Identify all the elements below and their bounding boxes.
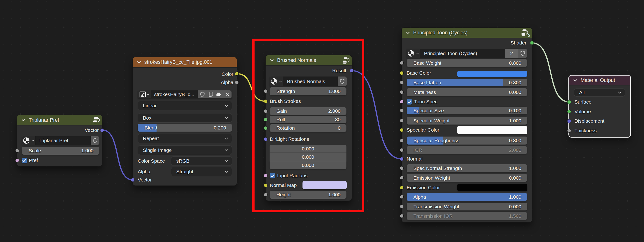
svg-text:2: 2 (528, 33, 530, 37)
